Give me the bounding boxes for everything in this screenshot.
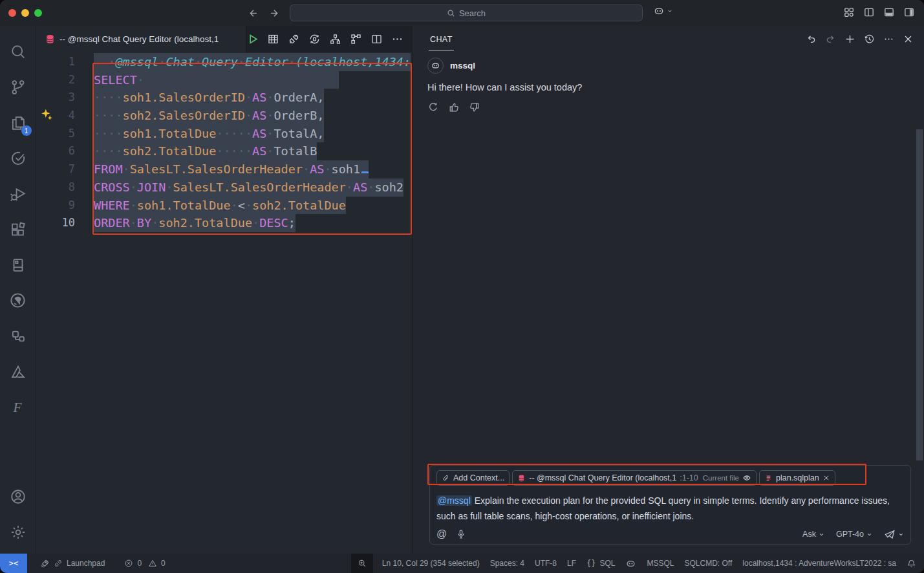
redo-icon[interactable] xyxy=(825,34,836,45)
plan-sqlplan-chip[interactable]: plan.sqlplan xyxy=(759,470,835,486)
line-number: 1 xyxy=(36,53,75,71)
navigate-forward-icon[interactable] xyxy=(270,8,281,19)
tab-chat[interactable]: CHAT xyxy=(429,28,454,50)
launchpad-label: Launchpad xyxy=(67,559,105,568)
mssql-label: MSSQL xyxy=(647,559,674,568)
status-bar: >< Launchpad 0 0 Ln 10, Col 29 (354 sele… xyxy=(0,554,924,573)
explorer-view-icon[interactable]: 1 xyxy=(3,105,34,140)
model-dropdown[interactable]: GPT-4o xyxy=(836,530,872,539)
run-debug-view-icon[interactable] xyxy=(3,176,34,211)
editor-tab-bar: -- @mssql Chat Query Editor (localhost,1 xyxy=(36,26,412,52)
azure-view-icon[interactable] xyxy=(3,354,34,389)
code-line[interactable]: 4····soh2.SalesOrderID·AS·OrderB, xyxy=(36,107,412,125)
activity-bar: 1 F xyxy=(0,26,36,554)
encoding-item[interactable]: UTF-8 xyxy=(530,554,562,573)
mode-dropdown[interactable]: Ask xyxy=(802,530,824,539)
send-button[interactable] xyxy=(884,528,904,540)
toggle-secondary-sidebar-icon[interactable] xyxy=(903,6,915,18)
eye-icon[interactable] xyxy=(742,473,751,482)
notebook-view-icon[interactable] xyxy=(3,247,34,283)
code-line[interactable]: 2SELECT· xyxy=(36,71,412,89)
language-mode-item[interactable]: {} SQL xyxy=(581,554,620,573)
code-line[interactable]: 3····soh1.SalesOrderID·AS·OrderA, xyxy=(36,89,412,107)
disconnect-plug-icon[interactable] xyxy=(288,33,300,45)
current-file-range: :1-10 xyxy=(680,473,698,482)
extensions-view-icon[interactable] xyxy=(3,211,34,247)
schema-visualize-icon[interactable] xyxy=(329,33,341,45)
undo-icon[interactable] xyxy=(806,34,817,45)
change-connection-sync-icon[interactable] xyxy=(308,33,321,45)
code-line[interactable]: 7FROM·SalesLT.SalesOrderHeader·AS·soh1 xyxy=(36,160,412,178)
notifications-bell-icon[interactable] xyxy=(901,554,924,573)
add-context-chip[interactable]: Add Context... xyxy=(436,470,510,486)
connection-status-item[interactable]: localhost,1434 : AdventureWorksLT2022 : … xyxy=(737,554,901,573)
line-number: 2 xyxy=(36,71,75,89)
line-number: 10 xyxy=(36,214,75,232)
context-chips-row: Add Context... -- @mssql Chat Query Edit… xyxy=(436,469,904,487)
line-content: CROSS·JOIN·SalesLT.SalesOrderHeader·AS·s… xyxy=(94,178,403,197)
current-file-chip[interactable]: -- @mssql Chat Query Editor (localhost,1… xyxy=(512,470,757,486)
search-view-icon[interactable] xyxy=(3,34,34,69)
code-line[interactable]: 10ORDER·BY·soh2.TotalDue·DESC; xyxy=(36,214,412,232)
maximize-window-button[interactable] xyxy=(34,9,42,17)
cursor-position-item[interactable]: Ln 10, Col 29 (354 selected) xyxy=(377,554,485,573)
line-number: 5 xyxy=(36,125,75,143)
chat-prompt-input[interactable]: @mssql Explain the execution plan for th… xyxy=(436,493,904,524)
close-window-button[interactable] xyxy=(8,9,16,17)
code-line[interactable]: 8CROSS·JOIN·SalesLT.SalesOrderHeader·AS·… xyxy=(36,178,412,197)
launchpad-item[interactable]: Launchpad xyxy=(35,554,110,573)
code-line[interactable]: 6····soh2.TotalDue·····AS·TotalB xyxy=(36,142,412,160)
microphone-icon[interactable] xyxy=(456,529,466,539)
mention-context-icon[interactable]: @ xyxy=(436,528,447,540)
accounts-icon[interactable] xyxy=(3,479,34,514)
run-query-icon[interactable] xyxy=(246,33,259,45)
chat-history-icon[interactable] xyxy=(864,34,875,45)
eol-item[interactable]: LF xyxy=(562,554,581,573)
mssql-status-item[interactable]: MSSQL xyxy=(641,554,679,573)
command-center-search[interactable]: Search xyxy=(290,5,643,21)
source-control-icon[interactable] xyxy=(3,69,34,105)
fabric-view-icon[interactable]: F xyxy=(3,389,34,425)
sqlcmd-status-item[interactable]: SQLCMD: Off xyxy=(680,554,738,573)
code-line[interactable]: 1--·@mssql·Chat·Query·Editor·(localhost,… xyxy=(36,53,412,71)
code-editor[interactable]: 1--·@mssql·Chat·Query·Editor·(localhost,… xyxy=(36,52,412,554)
prompt-text: Explain the execution plan for the provi… xyxy=(436,495,890,521)
indentation-item[interactable]: Spaces: 4 xyxy=(485,554,530,573)
more-actions-icon[interactable] xyxy=(391,33,403,45)
copilot-status-item[interactable] xyxy=(620,554,641,573)
remove-chip-icon[interactable] xyxy=(822,474,830,482)
thumbs-down-icon[interactable] xyxy=(469,102,480,113)
remote-indicator[interactable]: >< xyxy=(0,554,27,573)
zoom-status-item[interactable] xyxy=(351,554,373,573)
problems-item[interactable]: 0 0 xyxy=(119,554,170,573)
code-line[interactable]: 9WHERE·soh1.TotalDue·<·soh2.TotalDue xyxy=(36,197,412,215)
toggle-primary-sidebar-icon[interactable] xyxy=(863,6,875,18)
new-chat-icon[interactable] xyxy=(844,34,855,45)
results-grid-icon[interactable] xyxy=(267,33,279,45)
copilot-sparkle-icon[interactable] xyxy=(40,108,54,122)
chat-scrollbar[interactable] xyxy=(916,129,923,460)
customize-layout-icon[interactable] xyxy=(843,6,855,18)
tab-chat-query-editor[interactable]: -- @mssql Chat Query Editor (localhost,1 xyxy=(36,26,246,52)
navigate-back-icon[interactable] xyxy=(247,8,258,19)
thumbs-up-icon[interactable] xyxy=(448,102,460,113)
schema-designer-view-icon[interactable] xyxy=(3,318,34,354)
close-chat-icon[interactable] xyxy=(903,34,914,45)
eol-label: LF xyxy=(567,559,576,568)
github-view-icon[interactable] xyxy=(3,283,34,318)
code-line[interactable]: 5····soh1.TotalDue·····AS·TotalA, xyxy=(36,125,412,143)
settings-gear-icon[interactable] xyxy=(3,514,34,550)
tasks-check-view-icon[interactable] xyxy=(3,140,34,176)
errors-icon xyxy=(124,559,133,568)
sqlplan-file-icon xyxy=(764,474,773,482)
copilot-menu-button[interactable] xyxy=(653,5,673,17)
chat-more-icon[interactable] xyxy=(883,34,894,45)
chat-input-widget[interactable]: Add Context... -- @mssql Chat Query Edit… xyxy=(429,465,911,545)
split-editor-icon[interactable] xyxy=(371,33,383,45)
retry-message-icon[interactable] xyxy=(427,102,439,113)
connection-label: localhost,1434 : AdventureWorksLT2022 : … xyxy=(742,559,896,568)
minimize-window-button[interactable] xyxy=(21,9,29,17)
query-plan-icon[interactable] xyxy=(350,33,362,45)
toggle-panel-icon[interactable] xyxy=(883,6,895,18)
line-content: ····soh1.TotalDue·····AS·TotalA, xyxy=(94,125,324,143)
